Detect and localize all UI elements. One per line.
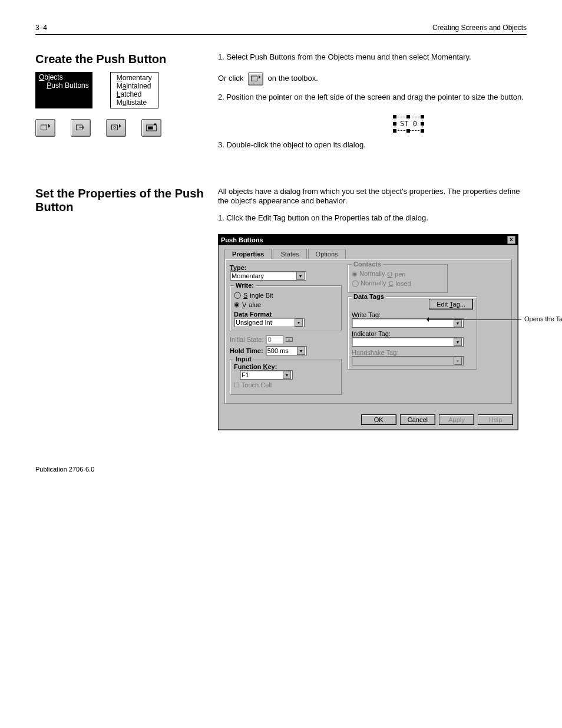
svg-rect-7	[251, 76, 257, 81]
svg-rect-5	[148, 127, 153, 130]
page-title: Creating Screens and Objects	[432, 24, 527, 32]
step3: 3. Double-click the object to open its d…	[218, 140, 527, 150]
touch-cell-checkbox: ☐ Touch Cell	[234, 381, 338, 389]
chevron-down-icon: ▾	[297, 347, 305, 355]
callout-edit-tag: Opens the Tag Editor	[524, 315, 562, 322]
type-label: Type:	[230, 264, 342, 271]
latched-icon	[106, 119, 126, 137]
inline-momentary-icon	[248, 73, 263, 85]
initial-state-field: 0	[266, 335, 283, 344]
input-label: Input	[234, 355, 253, 363]
radio-normally-open: ◉ Normally Open	[352, 270, 444, 278]
hold-time-combo[interactable]: 500 ms▾	[266, 346, 307, 355]
tab-properties[interactable]: Properties	[224, 249, 272, 259]
dataformat-label: Data Format	[234, 311, 338, 318]
write-tag-label: Write Tag:	[352, 311, 473, 318]
maintained-icon	[71, 119, 91, 137]
menu-item-maintained: Maintained	[117, 82, 152, 90]
data-tags-label: Data Tags	[352, 293, 386, 300]
function-key-combo[interactable]: F1▾	[240, 370, 293, 380]
step1-icon-note: Or click	[218, 74, 243, 83]
tab-states[interactable]: States	[273, 249, 306, 259]
hold-time-label: Hold Time:	[230, 347, 263, 354]
menu-item-momentary: Momentary	[117, 74, 152, 82]
props-step1: 1. Click the Edit Tag button on the Prop…	[218, 213, 527, 223]
radio-value[interactable]: ◉ Value	[234, 301, 338, 308]
chevron-down-icon: ▾	[454, 338, 462, 346]
push-buttons-dialog: Push Buttons × Properties States Options…	[218, 234, 518, 430]
heading-set-props: Set the Properties of the Push Button	[35, 187, 206, 214]
page-number: 3–4	[35, 24, 47, 32]
cancel-button[interactable]: Cancel	[400, 414, 435, 425]
chevron-down-icon: ▾	[454, 319, 462, 327]
props-para: All objects have a dialog from which you…	[218, 187, 527, 207]
svg-rect-6	[154, 124, 156, 126]
indicator-tag-combo[interactable]: ▾	[352, 337, 464, 347]
chevron-down-icon: ▾	[454, 357, 462, 365]
chevron-down-icon: ▾	[295, 318, 303, 327]
chevron-down-icon: ▾	[283, 371, 291, 379]
menu-item-multistate: Multistate	[117, 98, 152, 107]
help-button: Help	[478, 414, 513, 425]
type-combo[interactable]: Momentary▾	[230, 271, 306, 281]
ok-button[interactable]: OK	[361, 414, 396, 425]
handshake-tag-combo: ▾	[352, 356, 464, 365]
heading-create-pb: Create the Push Button	[35, 52, 206, 66]
svg-rect-0	[41, 125, 47, 130]
indicator-tag-label: Indicator Tag:	[352, 330, 473, 337]
object-placeholder: ST 0	[395, 117, 422, 131]
dialog-title: Push Buttons	[221, 236, 263, 243]
radio-normally-closed: ◯ Normally Closed	[352, 279, 444, 287]
menu-push-buttons: Push Buttons	[39, 81, 89, 90]
tab-options[interactable]: Options	[308, 249, 346, 259]
svg-rect-2	[112, 125, 118, 130]
momentary-icon	[35, 119, 55, 137]
svg-point-3	[114, 127, 115, 129]
write-label: Write:	[234, 282, 256, 289]
footer-pub: Publication 2706-6.0	[35, 466, 527, 473]
contacts-label: Contacts	[352, 261, 383, 268]
radio-single-bit[interactable]: ◯ Single Bit	[234, 291, 338, 299]
initial-state-label: Initial State:	[230, 336, 263, 343]
close-icon[interactable]: ×	[507, 236, 515, 244]
menu-item-latched: Latched	[117, 90, 152, 98]
handshake-tag-label: Handshake Tag:	[352, 349, 473, 356]
function-key-label: Function Key:	[234, 363, 338, 370]
chevron-down-icon: ▾	[296, 272, 305, 280]
dataformat-combo[interactable]: Unsigned Int▾	[234, 318, 305, 327]
multistate-icon	[141, 119, 161, 137]
menu-graphic: Objects Push Buttons Momentary Maintaine…	[35, 72, 206, 108]
step1a: 1. Select Push Buttons from the Objects …	[218, 52, 471, 61]
edit-tag-button[interactable]: Edit Tag...	[429, 299, 473, 309]
apply-button: Apply	[439, 414, 474, 425]
step2: 2. Position the pointer on the left side…	[218, 93, 527, 103]
step1b: on the toolbox.	[268, 74, 318, 83]
